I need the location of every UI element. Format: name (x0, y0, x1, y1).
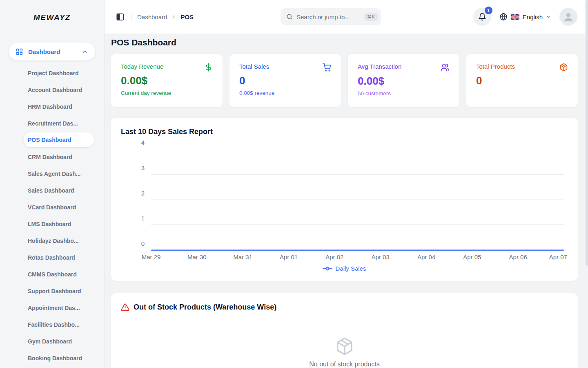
series-line-daily-sales (151, 250, 564, 251)
user-icon (562, 11, 575, 23)
x-tick-label: Apr 02 (325, 254, 343, 260)
sidebar-item-recruitment-das[interactable]: Recruitment Das... (0, 115, 104, 132)
main-area: Dashboard POS ⌘K (105, 0, 588, 368)
sales-chart: 01234 (151, 149, 564, 250)
x-tick-label: Mar 30 (187, 254, 207, 260)
language-label: English (523, 13, 543, 20)
breadcrumb-dashboard[interactable]: Dashboard (137, 13, 167, 20)
stat-card-total-sales: Total Sales00.00$ revenue (229, 54, 341, 107)
search-shortcut-badge: ⌘K (364, 13, 378, 21)
sidebar-toggle-button[interactable] (115, 12, 125, 22)
x-tick-label: Apr 01 (280, 254, 298, 260)
stat-subtitle: 50 customers (358, 90, 450, 96)
chevron-right-icon (171, 14, 176, 20)
x-tick-label: Apr 03 (372, 254, 390, 260)
x-tick-label: Apr 05 (463, 254, 481, 260)
breadcrumb-current: POS (180, 13, 194, 20)
stat-card-today-revenue: Today Revenue0.00$Current day revenue (111, 54, 223, 107)
sidebar-section-dashboard[interactable]: Dashboard (9, 43, 95, 61)
y-tick-label: 1 (141, 215, 145, 222)
out-of-stock-title: Out of Stock Products (Warehouse Wise) (134, 303, 276, 312)
notifications-button[interactable]: 1 (473, 8, 491, 26)
sidebar-section-label: Dashboard (28, 48, 77, 55)
sidebar-item-support-dashboard[interactable]: Support Dashboard (0, 283, 104, 299)
brand-logo-wrap: MEWAYZ (0, 0, 104, 35)
sidebar-item-cmms-dashboard[interactable]: CMMS Dashboard (0, 266, 104, 283)
avatar[interactable] (559, 8, 577, 26)
users-icon (441, 63, 450, 72)
sidebar-item-vcard-dashboard[interactable]: VCard Dashboard (0, 199, 104, 215)
sidebar-item-sales-dashboard[interactable]: Sales Dashboard (0, 182, 104, 199)
sidebar-item-appointment-das[interactable]: Appointment Das... (0, 299, 104, 316)
stat-value: 0.00$ (358, 75, 450, 88)
sidebar-item-lms-dashboard[interactable]: LMS Dashboard (0, 215, 104, 232)
notifications-badge: 1 (485, 7, 492, 14)
sidebar-item-gym-dashboard[interactable]: Gym Dashboard (0, 333, 104, 350)
sidebar-item-sales-agent-dash[interactable]: Sales Agent Dash... (0, 165, 104, 182)
sidebar: MEWAYZ Dashboard Project DashboardAccoun… (0, 0, 105, 368)
gridline-y-4 (151, 149, 564, 149)
package-icon (559, 63, 568, 72)
sidebar-item-account-dashboard[interactable]: Account Dashboard (0, 81, 104, 98)
out-of-stock-empty-text: No out of stock products (309, 361, 380, 368)
sidebar-item-rotas-dashboard[interactable]: Rotas Dashboard (0, 249, 104, 266)
x-tick-label: Apr 06 (509, 254, 527, 260)
chart-title: Last 10 Days Sales Report (121, 128, 568, 136)
stat-value: 0.00$ (121, 74, 213, 87)
out-of-stock-card: Out of Stock Products (Warehouse Wise) N… (111, 293, 578, 368)
stat-card-avg-transaction: Avg Transaction0.00$50 customers (348, 54, 459, 107)
stat-card-total-products: Total Products0 (466, 54, 578, 107)
out-of-stock-empty-state: No out of stock products (121, 337, 568, 368)
stat-label: Total Sales (239, 63, 269, 70)
sidebar-nav: Dashboard Project DashboardAccount Dashb… (0, 35, 104, 368)
y-tick-label: 3 (141, 164, 145, 171)
search-input[interactable] (296, 13, 361, 20)
legend-label: Daily Sales (335, 265, 366, 272)
topbar-divider (131, 12, 131, 21)
language-selector[interactable]: English (499, 13, 551, 21)
y-tick-label: 4 (141, 139, 145, 146)
x-tick-label: Apr 04 (417, 254, 435, 260)
grid-icon (16, 48, 23, 56)
x-tick-label: Mar 29 (142, 254, 161, 260)
chevron-down-icon (546, 14, 551, 20)
sidebar-item-booking-dashboard[interactable]: Booking Dashboard (0, 350, 104, 366)
chart-x-axis: Mar 29Mar 30Mar 31Apr 01Apr 02Apr 03Apr … (151, 254, 564, 263)
stat-label: Avg Transaction (358, 63, 401, 70)
alert-triangle-icon (121, 303, 129, 312)
sidebar-item-facilities-dashbo[interactable]: Facilities Dashbo... (0, 316, 104, 333)
sidebar-item-project-dashboard[interactable]: Project Dashboard (0, 65, 104, 81)
legend-marker-icon (323, 267, 332, 271)
globe-icon (499, 13, 508, 21)
sidebar-item-crm-dashboard[interactable]: CRM Dashboard (0, 148, 104, 165)
y-tick-label: 2 (141, 189, 145, 196)
sidebar-item-hrm-dashboard[interactable]: HRM Dashboard (0, 98, 104, 115)
gridline-y-2 (151, 200, 564, 200)
package-icon (335, 337, 354, 356)
bell-icon (478, 13, 486, 21)
stats-row: Today Revenue0.00$Current day revenueTot… (111, 54, 578, 107)
stat-subtitle: 0.00$ revenue (239, 90, 331, 96)
x-tick-label: Apr 07 (549, 254, 567, 260)
y-tick-label: 0 (141, 240, 145, 247)
topbar: Dashboard POS ⌘K (105, 0, 588, 34)
search-icon (286, 13, 293, 20)
gridline-y-3 (151, 174, 564, 175)
scrollbar-thumb[interactable] (586, 0, 588, 266)
page-title: POS Dashboard (111, 38, 578, 47)
stat-value: 0 (239, 74, 331, 87)
search-box[interactable]: ⌘K (281, 8, 381, 25)
breadcrumb: Dashboard POS (137, 13, 194, 20)
page-scrollbar[interactable] (585, 0, 588, 368)
uk-flag-icon (511, 14, 519, 20)
sidebar-submenu: Project DashboardAccount DashboardHRM Da… (0, 65, 104, 366)
cart-icon (323, 63, 331, 72)
sidebar-item-pos-dashboard[interactable]: POS Dashboard (24, 132, 94, 147)
sidebar-item-holidayz-dashbo[interactable]: Holidayz Dashbo... (0, 232, 104, 249)
gridline-y-1 (151, 224, 564, 225)
x-tick-label: Mar 31 (233, 254, 252, 260)
brand-logo: MEWAYZ (33, 13, 71, 22)
stat-label: Today Revenue (121, 63, 163, 70)
sales-report-card: Last 10 Days Sales Report 01234 Mar 29Ma… (111, 118, 578, 281)
chart-legend[interactable]: Daily Sales (121, 265, 568, 272)
